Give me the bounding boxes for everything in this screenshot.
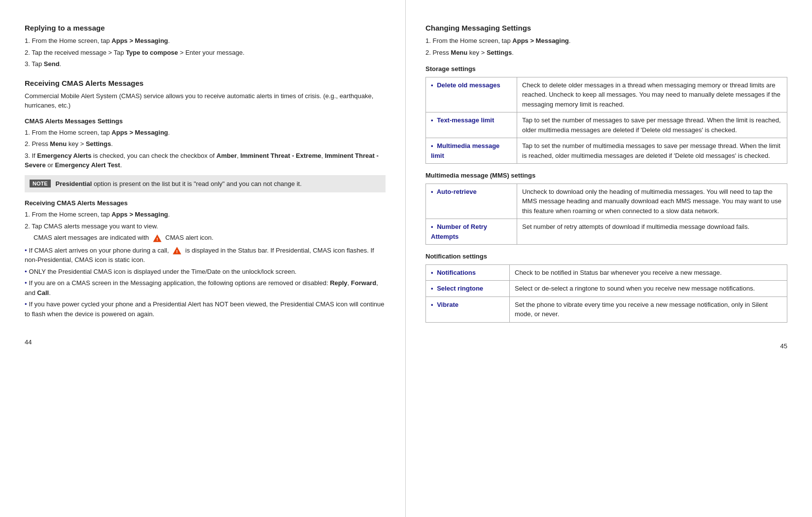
table-row: • Text-message limit Tap to set the numb…	[426, 112, 787, 138]
page-number-right: 45	[780, 342, 787, 350]
notif-text-1: Check to be notified in Status bar whene…	[510, 264, 787, 281]
notif-text-3: Set the phone to vibrate every time you …	[510, 296, 787, 322]
notification-settings-table: • Notifications Check to be notified in …	[425, 264, 787, 323]
mms-text-2: Set number of retry attempts of download…	[517, 219, 787, 245]
mms-settings-title: Multimedia message (MMS) settings	[425, 171, 787, 181]
notif-label-1: • Notifications	[426, 264, 510, 281]
replying-step-3: 3. Tap Send.	[25, 59, 386, 69]
table-row: • Vibrate Set the phone to vibrate every…	[426, 296, 787, 322]
cmas-settings-step-3: 3. If Emergency Alerts is checked, you c…	[25, 151, 386, 170]
cmas-warning-icon-2: !	[173, 246, 181, 255]
storage-settings-table: • Delete old messages Check to delete ol…	[425, 77, 787, 164]
mms-label-2: • Number of Retry Attempts	[426, 219, 517, 245]
receiving-cmas-indicator: CMAS alert messages are indicated with !…	[25, 233, 386, 243]
notif-label-3: • Vibrate	[426, 296, 510, 322]
svg-text:!: !	[177, 249, 178, 255]
section-cmas-title: Receiving CMAS Alerts Messages	[25, 79, 386, 87]
cmas-settings-step-2: 2. Press Menu key > Settings.	[25, 139, 386, 149]
page-number-left: 44	[25, 338, 32, 346]
replying-step-1: 1. From the Home screen, tap Apps > Mess…	[25, 36, 386, 46]
mms-settings-table: • Auto-retrieve Uncheck to download only…	[425, 184, 787, 245]
table-row: • Select ringtone Select or de-select a …	[426, 281, 787, 297]
cmas-settings-step-1: 1. From the Home screen, tap Apps > Mess…	[25, 128, 386, 138]
svg-text:!: !	[156, 236, 158, 242]
table-row: • Auto-retrieve Uncheck to download only…	[426, 184, 787, 219]
cmas-warning-icon: !	[153, 234, 162, 243]
bullet-cmas-4: •If you have power cycled your phone and…	[25, 299, 386, 319]
table-row: • Notifications Check to be notified in …	[426, 264, 787, 281]
mms-label-1: • Auto-retrieve	[426, 184, 517, 219]
storage-label-1: • Delete old messages	[426, 77, 517, 112]
right-page: Changing Messaging Settings 1. From the …	[406, 0, 812, 517]
note-box: NOTE Presidential option is present on t…	[25, 175, 386, 193]
receiving-step-2: 2. Tap CMAS alerts message you want to v…	[25, 222, 386, 231]
section-replying-title: Replying to a message	[25, 24, 386, 32]
replying-step-2: 2. Tap the received message > Tap Type t…	[25, 48, 386, 58]
bullet-cmas-1: •If CMAS alert arrives on your phone dur…	[25, 246, 386, 265]
section-change-settings-title: Changing Messaging Settings	[425, 24, 787, 32]
change-step-2: 2. Press Menu key > Settings.	[425, 48, 787, 58]
receiving-cmas-title: Receiving CMAS Alerts Messages	[25, 199, 386, 207]
storage-text-2: Tap to set the number of messages to sav…	[517, 112, 787, 138]
notification-settings-title: Notification settings	[425, 252, 787, 261]
storage-settings-title: Storage settings	[425, 64, 787, 74]
storage-label-2: • Text-message limit	[426, 112, 517, 138]
change-step-1: 1. From the Home screen, tap Apps > Mess…	[425, 36, 787, 46]
notif-text-2: Select or de-select a ringtone to sound …	[510, 281, 787, 297]
left-page: Replying to a message 1. From the Home s…	[0, 0, 406, 517]
storage-label-3: • Multimedia message limit	[426, 138, 517, 164]
note-text: Presidential option is present on the li…	[56, 179, 302, 189]
bullet-cmas-3: •If you are on a CMAS screen in the Mess…	[25, 278, 386, 297]
cmas-intro: Commercial Mobile Alert System (CMAS) se…	[25, 91, 386, 111]
notif-label-2: • Select ringtone	[426, 281, 510, 297]
receiving-step-1: 1. From the Home screen, tap Apps > Mess…	[25, 210, 386, 220]
bullet-cmas-2: •ONLY the Presidential CMAS icon is disp…	[25, 267, 386, 277]
storage-text-1: Check to delete older messages in a thre…	[517, 77, 787, 112]
table-row: • Number of Retry Attempts Set number of…	[426, 219, 787, 245]
cmas-settings-title: CMAS Alerts Messages Settings	[25, 117, 386, 125]
mms-text-1: Uncheck to download only the heading of …	[517, 184, 787, 219]
table-row: • Multimedia message limit Tap to set th…	[426, 138, 787, 164]
note-label: NOTE	[30, 180, 51, 187]
storage-text-3: Tap to set the number of multimedia mess…	[517, 138, 787, 164]
table-row: • Delete old messages Check to delete ol…	[426, 77, 787, 112]
